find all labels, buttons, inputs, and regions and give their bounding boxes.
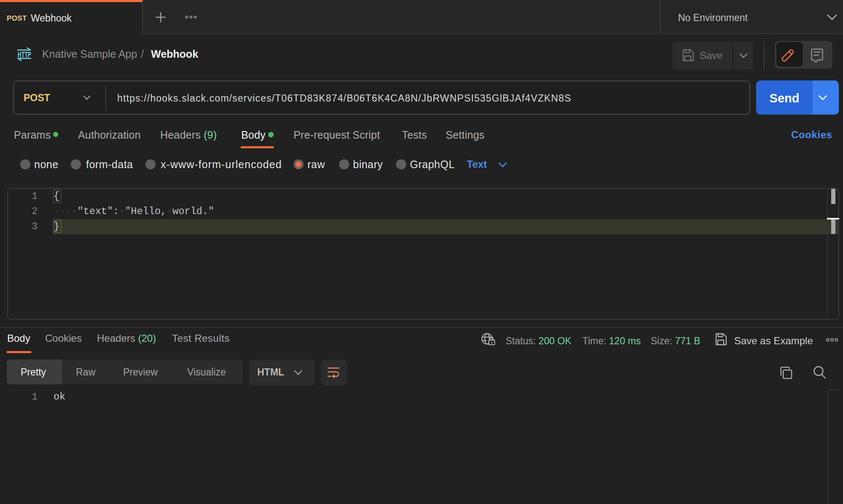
svg-text:HTTP: HTTP [18,50,31,59]
